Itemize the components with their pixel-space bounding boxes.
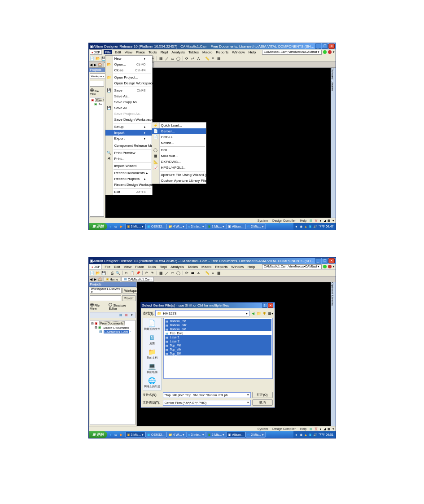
menu-item[interactable]: Open Design Workspace... <box>105 80 152 86</box>
tray-icon[interactable]: ▲ <box>304 225 308 228</box>
tray-icon[interactable]: ● <box>295 433 299 437</box>
maximize-button[interactable]: ❐ <box>322 258 328 263</box>
menu-macro[interactable]: Macro <box>201 50 213 54</box>
dxp-menu[interactable]: ●DXP <box>90 49 102 55</box>
menu-view[interactable]: View <box>123 265 132 269</box>
task-btn-5[interactable]: ▣2 Mic...▾ <box>206 224 227 229</box>
menu-place[interactable]: Place <box>134 265 145 269</box>
panel-ic[interactable]: ▾ <box>130 313 134 317</box>
dropdown-icon[interactable]: ▾ <box>333 265 335 268</box>
projects-tree[interactable]: ⊟▣Free Documents ⊟▣Source Documents ▤CAM… <box>90 320 136 425</box>
task-btn-4[interactable]: e3 Inte...▾ <box>186 432 205 438</box>
ql-media-icon[interactable]: ▶ <box>119 433 124 437</box>
tray-icon[interactable]: ◉ <box>300 225 303 228</box>
menu-macro[interactable]: Macro <box>201 265 212 269</box>
menu-item[interactable]: 📂Open...Ctrl+O <box>105 61 152 67</box>
file-list-item[interactable]: ▤Bottom_SM <box>165 327 271 331</box>
cam-canvas[interactable]: Select Gerber File(s) - use Shift or Ctr… <box>137 282 331 426</box>
ql-ie-icon[interactable]: e <box>109 224 113 229</box>
line-icon[interactable]: ／ <box>165 271 169 275</box>
menu-repl[interactable]: Repl <box>159 265 168 269</box>
nav-fwd-icon[interactable]: ▶ <box>94 277 96 281</box>
menu-item[interactable]: Aperture File Using Wizard (rename)... <box>152 172 206 178</box>
status-system[interactable]: System <box>256 219 269 222</box>
lookin-combo[interactable]: 📁HM3278 ▾ <box>155 310 249 316</box>
status-help[interactable]: Help <box>299 427 308 430</box>
project-field[interactable] <box>90 295 121 301</box>
menu-item[interactable]: 📈HPGL/HPGL2... <box>152 165 206 171</box>
rect-icon[interactable]: ▭ <box>170 271 175 275</box>
menu-item[interactable]: Netlist... <box>152 140 206 146</box>
menu-analysis[interactable]: Analysis <box>170 50 186 54</box>
task-btn-5[interactable]: ▣2 Mic...▾ <box>206 432 227 438</box>
ql-ie-icon[interactable]: e <box>109 433 113 437</box>
layers-icon[interactable]: ≡ <box>211 271 215 275</box>
menu-file[interactable]: File <box>104 265 111 269</box>
line-icon[interactable]: ／ <box>165 56 169 61</box>
projects-panel-tab[interactable]: Projects <box>89 282 136 287</box>
file-list-item[interactable]: ▤Top_SM <box>165 351 271 355</box>
menu-item[interactable]: CloseCtrl+F4 <box>105 67 152 73</box>
file-list-item[interactable]: ▤Bottom_PM <box>165 319 271 323</box>
right-rail[interactable]: Clipboard Libraries <box>331 68 336 218</box>
nav-back-icon[interactable]: ◀ <box>90 277 92 281</box>
open-button[interactable]: 打开(O) <box>252 392 273 398</box>
title-bar[interactable]: ▣ Altium Designer Release 10 (Platform 1… <box>89 258 336 264</box>
undo-icon[interactable]: ↶ <box>144 271 149 275</box>
menu-reports[interactable]: Reports <box>214 265 228 269</box>
dialog-close-button[interactable]: ✕ <box>268 303 273 308</box>
up-icon[interactable]: 📁 <box>257 311 261 316</box>
menu-item[interactable]: ▦Mill/Rout... <box>152 153 206 159</box>
menu-item[interactable]: Custom Aperture Library File (*.LIB)... <box>152 178 206 184</box>
tab-camtastic[interactable]: ▤ CAMtastic1.Cam <box>122 277 153 282</box>
home-icon[interactable]: 🏠 <box>98 277 102 281</box>
cut-icon[interactable]: ✂ <box>124 271 129 275</box>
ql-desktop-icon[interactable]: ▭ <box>114 433 118 437</box>
text-icon[interactable]: A <box>197 56 201 61</box>
task-btn-3[interactable]: 📁4 Wi...▾ <box>166 224 187 229</box>
dialog-help-button[interactable]: ? <box>262 303 267 308</box>
structure-editor-radio[interactable] <box>109 303 112 307</box>
status-design-compiler[interactable]: Design Compiler <box>271 219 297 222</box>
nav-back-icon[interactable]: ◀ <box>90 63 92 67</box>
menu-item[interactable]: Save Design Workspace As... <box>105 117 152 123</box>
layers-icon[interactable]: ≡ <box>211 56 215 61</box>
menu-item[interactable]: New▸ <box>105 56 152 61</box>
copy-icon[interactable]: 📋 <box>130 271 135 275</box>
menu-place[interactable]: Place <box>135 50 146 54</box>
project-field[interactable] <box>90 81 104 87</box>
open-icon[interactable]: 📂 <box>96 271 100 275</box>
title-bar[interactable]: ▣ Altium Designer Release 10 (Platform 1… <box>89 43 336 49</box>
task-btn-3[interactable]: 📁4 Wi...▾ <box>166 432 187 438</box>
menu-item[interactable]: Setup▸ <box>105 124 152 130</box>
file-list-item[interactable]: ▤Fab_Dwg <box>165 331 271 335</box>
task-btn-1[interactable]: ▣3 Mic...▾ <box>125 432 146 438</box>
tree-free-documents[interactable]: Free Documents <box>99 321 125 325</box>
menu-tools[interactable]: Tools <box>147 265 157 269</box>
status-system[interactable]: System <box>256 427 269 430</box>
menu-item[interactable]: 📄Gerber... <box>152 128 206 134</box>
menu-item[interactable]: Import Wizard <box>105 163 152 169</box>
task-btn-6[interactable]: ▣Altium... <box>226 224 245 229</box>
back-icon[interactable]: ◀ <box>251 311 255 316</box>
measure-icon[interactable]: 📏 <box>205 271 210 275</box>
file-list[interactable]: ▤Bottom_PM▤Bottom_Silk▤Bottom_SM▤Fab_Dwg… <box>163 318 273 379</box>
grid-icon[interactable]: ▦ <box>217 271 221 275</box>
paste-icon[interactable]: 📌 <box>136 271 140 275</box>
place-recent[interactable]: 📄我最近的文件 <box>144 320 160 331</box>
dialog-title-bar[interactable]: Select Gerber File(s) - use Shift or Ctr… <box>141 302 275 308</box>
menu-reports[interactable]: Reports <box>215 50 229 54</box>
start-button[interactable]: ⊞开始 <box>89 431 107 438</box>
place-network[interactable]: 🌐网络上的邻居 <box>144 377 160 389</box>
place-mycomputer[interactable]: 💻我的电脑 <box>147 363 157 374</box>
menu-item[interactable]: Export▸ <box>105 136 152 141</box>
minimize-button[interactable]: _ <box>315 44 321 49</box>
place-mydocs[interactable]: 📁我的文档 <box>147 348 157 360</box>
menu-view[interactable]: View <box>124 50 133 54</box>
menu-item[interactable]: ExitAlt+F4 <box>105 189 152 195</box>
maximize-button[interactable]: ❐ <box>322 44 328 49</box>
menu-item[interactable]: 📁Open Project... <box>105 75 152 80</box>
menu-tables[interactable]: Tables <box>187 265 199 269</box>
new-icon[interactable]: 📄 <box>90 271 94 275</box>
ql-media-icon[interactable]: ▶ <box>119 224 124 229</box>
